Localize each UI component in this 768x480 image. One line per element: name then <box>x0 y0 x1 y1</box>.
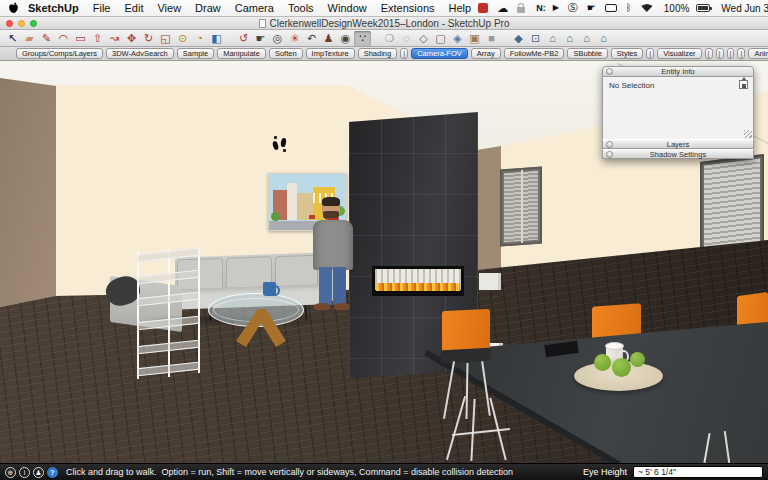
toolbar-followme-pb2[interactable]: FollowMe-PB2 <box>504 48 565 59</box>
tape-measure-tool[interactable]: ⊙ <box>174 31 191 46</box>
previous-view-tool[interactable]: ↶ <box>303 31 320 46</box>
toolbar-divider[interactable]: | <box>400 48 408 59</box>
left-wall[interactable] <box>0 78 56 308</box>
cloud-icon[interactable]: ☁ <box>497 3 510 14</box>
layers-header[interactable]: Layers <box>602 139 754 149</box>
panel-close-icon[interactable] <box>606 151 613 158</box>
standing-man-torso[interactable] <box>313 220 353 270</box>
followme-tool[interactable]: ↝ <box>106 31 123 46</box>
zoom-tool[interactable]: ◎ <box>269 31 286 46</box>
close-button[interactable] <box>6 20 13 27</box>
panel-close-icon[interactable] <box>606 141 613 148</box>
play-icon[interactable]: ▶ <box>553 4 561 12</box>
toolbar-visualizer[interactable]: Visualizer <box>657 48 701 59</box>
toolbar-divider[interactable]: | <box>705 48 713 59</box>
select-tool[interactable]: ↖ <box>4 31 21 46</box>
help-icon[interactable]: ? <box>47 467 58 478</box>
monochrome-style[interactable]: ■ <box>483 31 500 46</box>
app-icon[interactable] <box>478 3 490 13</box>
menu-draw[interactable]: Draw <box>188 0 228 16</box>
left-view[interactable]: ⌂ <box>595 31 612 46</box>
display-icon[interactable] <box>605 4 619 12</box>
line-tool[interactable]: ✎ <box>38 31 55 46</box>
vpn-icon[interactable]: N: <box>534 3 546 13</box>
entity-info-header[interactable]: Entity Info <box>602 66 754 77</box>
menu-edit[interactable]: Edit <box>117 0 150 16</box>
toolbar-shading[interactable]: Shading <box>358 48 398 59</box>
toolbar-divider[interactable]: | <box>716 48 724 59</box>
front-view[interactable]: ⌂ <box>544 31 561 46</box>
menu-sketchup[interactable]: SketchUp <box>21 0 86 16</box>
panel-close-icon[interactable] <box>606 68 613 75</box>
menubar-clock[interactable]: Wed Jun 3 10:27 AM <box>719 3 768 14</box>
pushpull-tool[interactable]: ⇧ <box>89 31 106 46</box>
top-view[interactable]: ⊡ <box>527 31 544 46</box>
rotate-tool[interactable]: ↻ <box>140 31 157 46</box>
toolbar-groups-comps-layers[interactable]: Groups/Comps/Layers <box>16 48 103 59</box>
hidden-line-style[interactable]: ▢ <box>432 31 449 46</box>
pan-tool[interactable]: ☛ <box>252 31 269 46</box>
orange-chair[interactable] <box>442 309 490 353</box>
back-view[interactable]: ⌂ <box>578 31 595 46</box>
toolbar-array[interactable]: Array <box>471 48 501 59</box>
zoom-button[interactable] <box>30 20 37 27</box>
iso-view[interactable]: ◆ <box>510 31 527 46</box>
minimize-button[interactable] <box>18 20 25 27</box>
eraser-tool[interactable]: ▰ <box>21 31 38 46</box>
orbit-tool[interactable]: ↺ <box>235 31 252 46</box>
menu-help[interactable]: Help <box>442 0 479 16</box>
toolbar-animation[interactable]: Animation <box>748 48 768 59</box>
shaded-style[interactable]: ◈ <box>449 31 466 46</box>
toolbar-camera-fov[interactable]: Camera-FOV <box>411 48 468 59</box>
apple-menu-icon[interactable] <box>8 2 19 14</box>
protractor-tool[interactable]: ◔ <box>191 31 208 46</box>
toolbar-soften[interactable]: Soften <box>269 48 303 59</box>
back-edges-style[interactable]: ◌ <box>398 31 415 46</box>
paint-bucket-tool[interactable]: ◧ <box>208 31 225 46</box>
right-view[interactable]: ⌂ <box>561 31 578 46</box>
menu-extensions[interactable]: Extensions <box>374 0 442 16</box>
menu-view[interactable]: View <box>150 0 188 16</box>
menu-window[interactable]: Window <box>321 0 374 16</box>
toolbar-divider[interactable]: | <box>737 48 745 59</box>
menu-camera[interactable]: Camera <box>228 0 281 16</box>
lock-icon[interactable] <box>517 4 527 13</box>
toolbar-sbubble[interactable]: SBubble <box>567 48 607 59</box>
menu-file[interactable]: File <box>86 0 118 16</box>
resize-handle[interactable] <box>744 130 752 138</box>
rectangle-tool[interactable]: ▭ <box>72 31 89 46</box>
scale-tool[interactable]: ◱ <box>157 31 174 46</box>
menu-tools[interactable]: Tools <box>281 0 321 16</box>
look-around-tool[interactable]: ◉ <box>337 31 354 46</box>
move-tool[interactable]: ✥ <box>123 31 140 46</box>
arc-tool[interactable]: ◠ <box>55 31 72 46</box>
toolbar-3dw-advsearch[interactable]: 3DW-AdvSearch <box>106 48 174 59</box>
wall-sideboard[interactable] <box>479 273 501 290</box>
battery-icon[interactable] <box>696 4 712 12</box>
details-toggle-icon[interactable] <box>739 80 748 89</box>
bluetooth-icon[interactable]: ᛒ <box>626 3 634 13</box>
geolocation-icon[interactable]: ⊕ <box>5 467 16 478</box>
shadow-settings-header[interactable]: Shadow Settings <box>602 149 754 159</box>
sync-icon[interactable]: Ⓢ <box>568 3 580 13</box>
toolbar-styles[interactable]: Styles <box>611 48 643 59</box>
model-info-icon[interactable]: i <box>19 467 30 478</box>
toolbar-sample[interactable]: Sample <box>177 48 214 59</box>
toolbar-divider[interactable]: | <box>646 48 654 59</box>
wireframe-style[interactable]: ◇ <box>415 31 432 46</box>
hand-icon[interactable]: ☛ <box>587 3 598 13</box>
position-camera-tool[interactable]: ♟ <box>320 31 337 46</box>
blue-mug[interactable] <box>263 282 276 296</box>
toolbar-manipulate[interactable]: Manipulate <box>217 48 266 59</box>
xray-style[interactable]: ❍ <box>381 31 398 46</box>
walk-tool[interactable]: ∵ <box>354 31 371 46</box>
measurement-input[interactable]: ~ 5' 6 1/4" <box>633 466 763 478</box>
wifi-icon[interactable] <box>641 4 655 12</box>
toolbar-imptexture[interactable]: ImpTexture <box>306 48 355 59</box>
zoom-extents-tool[interactable]: ✳ <box>286 31 303 46</box>
user-account-icon[interactable]: ♟ <box>33 467 44 478</box>
wire-shelf[interactable] <box>137 247 201 379</box>
toolbar-divider[interactable]: | <box>727 48 735 59</box>
battery-percent[interactable]: 100% <box>662 3 690 14</box>
standing-man-head[interactable] <box>322 197 340 220</box>
